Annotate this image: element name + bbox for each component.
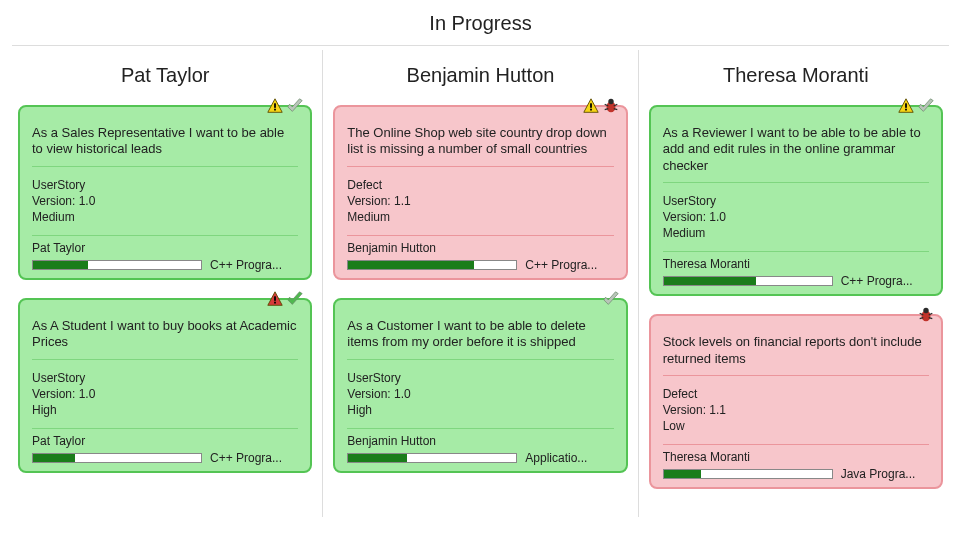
card-version_label: Version: 1.0 [32,193,298,209]
card-type: UserStory [347,370,613,386]
progress-bar [347,453,517,463]
task-card[interactable]: As a Customer I want to be able to delet… [333,298,627,473]
card-meta: UserStoryVersion: 1.0High [347,370,613,430]
card-type: Defect [663,386,929,402]
check-icon [602,290,620,308]
columns-container: Pat TaylorAs a Sales Representative I wa… [8,50,953,517]
progress-fill [33,454,75,462]
card-type: UserStory [32,177,298,193]
card-type: UserStory [663,193,929,209]
card-version_label: Version: 1.0 [347,386,613,402]
bug-icon [917,306,935,324]
card-version_label: Version: 1.1 [347,193,613,209]
task-card[interactable]: As a Reviewer I want to be able to be ab… [649,105,943,296]
card-title: As a Sales Representative I want to be a… [32,125,298,167]
kanban-board: In Progress Pat TaylorAs a Sales Represe… [0,0,961,529]
warning-icon [582,97,600,115]
card-meta: DefectVersion: 1.1Low [663,386,929,446]
card-tag: Java Progra... [841,467,929,481]
card-version_label: Version: 1.0 [32,386,298,402]
card-priority: Medium [347,209,613,225]
card-type: UserStory [32,370,298,386]
progress-bar [663,469,833,479]
card-footer: C++ Progra... [663,274,929,288]
swimlane: Benjamin HuttonThe Online Shop web site … [322,50,637,517]
card-meta: UserStoryVersion: 1.0High [32,370,298,430]
card-icons [582,97,620,115]
card-tag: Applicatio... [525,451,613,465]
svg-rect-1 [274,103,276,108]
svg-line-14 [613,109,617,110]
card-title: The Online Shop web site country drop do… [347,125,613,167]
svg-rect-16 [905,103,907,108]
svg-rect-17 [905,109,907,111]
swimlane: Pat TaylorAs a Sales Representative I wa… [8,50,322,517]
card-icons [602,290,620,308]
card-priority: High [32,402,298,418]
card-owner: Benjamin Hutton [347,429,613,451]
progress-fill [348,454,407,462]
swimlane: Theresa MorantiAs a Reviewer I want to b… [638,50,953,517]
task-card[interactable]: As a Sales Representative I want to be a… [18,105,312,280]
card-owner: Pat Taylor [32,236,298,258]
check-icon [286,97,304,115]
warning-icon [266,290,284,308]
bug-icon [602,97,620,115]
card-type: Defect [347,177,613,193]
svg-rect-2 [274,109,276,111]
card-tag: C++ Progra... [210,258,298,272]
progress-bar [32,260,202,270]
card-priority: Low [663,418,929,434]
card-icons [897,97,935,115]
svg-line-23 [929,318,933,319]
card-title: As A Student I want to buy books at Acad… [32,318,298,360]
card-icons [266,290,304,308]
card-owner: Pat Taylor [32,429,298,451]
card-icons [917,306,935,324]
progress-bar [32,453,202,463]
card-title: As a Reviewer I want to be able to be ab… [663,125,929,183]
card-tag: C++ Progra... [525,258,613,272]
card-meta: DefectVersion: 1.1Medium [347,177,613,237]
progress-fill [664,470,701,478]
check-icon [286,290,304,308]
card-tag: C++ Progra... [841,274,929,288]
card-version_label: Version: 1.0 [663,209,929,225]
card-tag: C++ Progra... [210,451,298,465]
card-owner: Benjamin Hutton [347,236,613,258]
svg-rect-8 [590,109,592,111]
svg-rect-7 [590,103,592,108]
card-footer: Java Progra... [663,467,929,481]
card-footer: C++ Progra... [32,258,298,272]
card-footer: C++ Progra... [347,258,613,272]
task-card[interactable]: As A Student I want to buy books at Acad… [18,298,312,473]
card-footer: C++ Progra... [32,451,298,465]
card-footer: Applicatio... [347,451,613,465]
progress-bar [347,260,517,270]
task-card[interactable]: The Online Shop web site country drop do… [333,105,627,280]
card-icons [266,97,304,115]
progress-fill [33,261,88,269]
card-title: As a Customer I want to be able to delet… [347,318,613,360]
svg-rect-4 [274,296,276,301]
progress-fill [348,261,474,269]
warning-icon [266,97,284,115]
task-card[interactable]: Stock levels on financial reports don't … [649,314,943,489]
svg-point-19 [923,308,928,313]
warning-icon [897,97,915,115]
svg-point-10 [608,99,613,104]
progress-bar [663,276,833,286]
card-priority: Medium [32,209,298,225]
check-icon [917,97,935,115]
progress-fill [664,277,756,285]
card-priority: High [347,402,613,418]
card-priority: Medium [663,225,929,241]
card-meta: UserStoryVersion: 1.0Medium [663,193,929,253]
card-meta: UserStoryVersion: 1.0Medium [32,177,298,237]
card-owner: Theresa Moranti [663,252,929,274]
card-title: Stock levels on financial reports don't … [663,334,929,376]
svg-rect-5 [274,302,276,304]
card-owner: Theresa Moranti [663,445,929,467]
card-version_label: Version: 1.1 [663,402,929,418]
svg-line-13 [604,109,608,110]
